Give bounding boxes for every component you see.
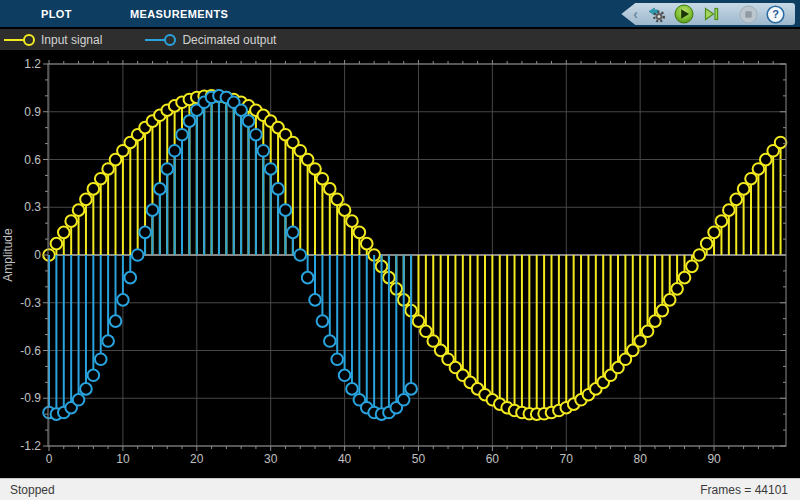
svg-text:-0.3: -0.3	[20, 296, 41, 310]
svg-text:90: 90	[707, 452, 721, 466]
svg-text:1.2: 1.2	[24, 57, 41, 71]
tab-plot[interactable]: PLOT	[41, 8, 72, 20]
y-axis-label: Amplitude	[1, 228, 15, 282]
toolstrip-tabbar: PLOT MEASUREMENTS ‹	[0, 0, 800, 27]
input-signal-marker-icon	[3, 32, 37, 48]
svg-text:0.6: 0.6	[24, 153, 41, 167]
legend-item-input-signal[interactable]: Input signal	[3, 29, 102, 50]
frames-counter: Frames = 44101	[700, 483, 788, 497]
svg-text:80: 80	[633, 452, 647, 466]
svg-text:0.9: 0.9	[24, 105, 41, 119]
svg-text:?: ?	[772, 8, 779, 20]
svg-text:0.3: 0.3	[24, 200, 41, 214]
svg-text:-0.6: -0.6	[20, 344, 41, 358]
legend-item-decimated-output[interactable]: Decimated output	[144, 29, 276, 50]
svg-text:0: 0	[34, 248, 41, 262]
simulation-status: Stopped	[10, 483, 55, 497]
stem-chart: 0102030405060708090-1.2-0.9-0.6-0.300.30…	[0, 50, 800, 478]
playback-toolbar: ‹	[621, 3, 795, 25]
svg-text:70: 70	[560, 452, 574, 466]
legend-label-decimated-output: Decimated output	[182, 33, 276, 47]
svg-text:20: 20	[190, 452, 204, 466]
step-forward-icon[interactable]	[701, 4, 721, 24]
svg-text:30: 30	[264, 452, 278, 466]
svg-text:60: 60	[486, 452, 500, 466]
tab-measurements[interactable]: MEASUREMENTS	[130, 8, 228, 20]
svg-text:-0.9: -0.9	[20, 391, 41, 405]
legend-label-input-signal: Input signal	[41, 33, 102, 47]
svg-text:10: 10	[116, 452, 130, 466]
svg-text:50: 50	[412, 452, 426, 466]
status-bar: Stopped Frames = 44101	[0, 478, 800, 500]
run-icon[interactable]	[674, 4, 694, 24]
stop-icon	[738, 4, 758, 24]
svg-text:40: 40	[338, 452, 352, 466]
decimated-output-marker-icon	[144, 32, 178, 48]
time-scope-window: PLOT MEASUREMENTS ‹	[0, 0, 800, 500]
simulink-gear-icon[interactable]	[647, 4, 667, 24]
svg-text:0: 0	[46, 452, 53, 466]
collapse-toolbar-icon[interactable]: ‹	[633, 4, 638, 24]
plot-region: 0102030405060708090-1.2-0.9-0.6-0.300.30…	[0, 50, 800, 478]
svg-text:-1.2: -1.2	[20, 439, 41, 453]
legend-bar: Input signal Decimated output	[0, 29, 800, 50]
help-icon[interactable]: ?	[765, 4, 785, 24]
